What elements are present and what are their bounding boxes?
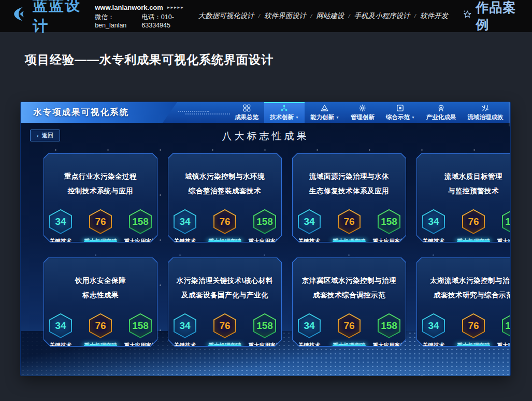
dashboard-nav: 成果总览 ▼ 技术创新 ▼ 能力创新 ▼ 管理创新 ▼ 综合示范 ▼ 产业化成果… bbox=[229, 102, 509, 123]
back-button[interactable]: ‹ 返回 bbox=[30, 130, 60, 141]
nav-item[interactable]: 技术创新 ▼ bbox=[264, 102, 305, 123]
nav-item-label: 综合示范 bbox=[386, 113, 410, 121]
badge-breakthrough: 76 重大机理突破 bbox=[84, 313, 117, 349]
card-badges: 34 关键技术 76 重大机理突破 158 重大应用案例 bbox=[44, 209, 157, 245]
achievement-card[interactable]: 流域水质目标管理与监控预警技术 34 关键技术 76 重大机理突破 158 重大… bbox=[416, 153, 510, 242]
molecule-icon bbox=[280, 104, 288, 112]
star-sparkle-icon bbox=[463, 10, 472, 22]
card-top-decoration bbox=[76, 150, 125, 154]
badge-application: 158 重大应用案例 bbox=[248, 209, 281, 245]
hexagon-badge: 158 bbox=[378, 313, 400, 338]
card-title: 饮用水安全保障标志性成果 bbox=[75, 274, 126, 303]
services-separator: / bbox=[348, 12, 350, 20]
badge-key-tech: 34 关键技术 bbox=[293, 209, 326, 245]
system-title: 水专项成果可视化系统 bbox=[21, 102, 177, 123]
medal-icon bbox=[437, 104, 445, 112]
hexagon-badge: 158 bbox=[253, 313, 276, 338]
badge-application: 158 重大应用案例 bbox=[124, 313, 157, 349]
badge-breakthrough: 76 重大机理突破 bbox=[208, 313, 241, 349]
circuit-decoration bbox=[178, 109, 226, 116]
page-title: 项目经验——水专利成果可视化系统界面设计 bbox=[25, 52, 532, 68]
nav-item-label: 成果总览 bbox=[235, 113, 258, 121]
site-header: 蓝蓝设计 www.lanlanwork.com ▸▸▸▸▸ 微信：ben_lan… bbox=[0, 0, 532, 32]
dashboard-body: ‹ 返回 八大标志性成果 重点行业水污染全过程控制技术系统与应用 34 关键技术… bbox=[21, 123, 510, 376]
portfolio-link[interactable]: 作品案例 bbox=[463, 0, 517, 33]
achievement-card[interactable]: 重点行业水污染全过程控制技术系统与应用 34 关键技术 76 重大机理突破 15… bbox=[44, 153, 157, 242]
nav-item[interactable]: 能力创新 ▼ bbox=[305, 102, 345, 123]
badge-application: 158 重大应用案例 bbox=[372, 313, 406, 349]
hexagon-badge: 76 bbox=[89, 313, 112, 338]
achievement-card[interactable]: 饮用水安全保障标志性成果 34 关键技术 76 重大机理突破 158 重大应用案… bbox=[44, 257, 157, 347]
badge-key-tech: 34 关键技术 bbox=[44, 209, 77, 245]
user-area: 系统管理员 bbox=[509, 102, 510, 123]
nav-item[interactable]: 综合示范 ▼ bbox=[380, 102, 421, 123]
service-link[interactable]: 软件界面设计 bbox=[264, 11, 306, 21]
achievement-card[interactable]: 水污染治理关键技术\核心材料及成套设备国产化与产业化 34 关键技术 76 重大… bbox=[168, 257, 282, 347]
badge-breakthrough: 76 重大机理突破 bbox=[457, 209, 490, 245]
triangle-icon bbox=[321, 104, 328, 112]
hexagon-badge: 34 bbox=[174, 313, 196, 338]
hexagon-badge: 158 bbox=[502, 313, 510, 338]
hexagon-badge: 76 bbox=[89, 209, 112, 234]
hexagon-badge: 158 bbox=[129, 313, 152, 338]
chevron-left-icon: ‹ bbox=[37, 133, 39, 139]
card-top-decoration bbox=[449, 150, 498, 154]
hexagon-badge: 76 bbox=[338, 313, 361, 338]
chevron-down-icon: ▼ bbox=[336, 116, 339, 119]
badge-breakthrough: 76 重大机理突破 bbox=[84, 209, 117, 245]
nav-item[interactable]: 流域治理成效 ▼ bbox=[462, 102, 509, 123]
card-title: 流域面源污染治理与水体生态修复技术体系及应用 bbox=[309, 169, 389, 199]
grid-icon bbox=[243, 104, 251, 112]
card-top-decoration bbox=[324, 150, 374, 154]
services-separator: / bbox=[414, 12, 416, 20]
lanlan-logo-icon bbox=[12, 7, 28, 25]
nav-item[interactable]: 成果总览 ▼ bbox=[229, 102, 264, 123]
service-link[interactable]: 大数据可视化设计 bbox=[198, 11, 254, 21]
logo-text: 蓝蓝设计 bbox=[33, 0, 82, 37]
badge-application: 158 重大应用案例 bbox=[372, 209, 406, 245]
achievement-card[interactable]: 城镇水污染控制与水环境综合整治整装成套技术 34 关键技术 76 重大机理突破 … bbox=[168, 153, 282, 242]
hexagon-badge: 34 bbox=[298, 209, 321, 234]
nav-item-label: 产业化成果 bbox=[426, 113, 456, 121]
card-badges: 34 关键技术 76 重大机理突破 158 重大应用案例 bbox=[44, 313, 157, 349]
achievement-card[interactable]: 太湖流域水污染控制与治理成套技术研究与综合示范 34 关键技术 76 重大机理突… bbox=[416, 257, 510, 347]
badge-application: 158 重大应用案例 bbox=[124, 209, 157, 245]
section-title: 八大标志性成果 bbox=[21, 123, 510, 143]
card-badges: 34 关键技术 76 重大机理突破 158 重大应用案例 bbox=[168, 313, 281, 349]
service-link[interactable]: 手机及小程序设计 bbox=[354, 11, 410, 21]
card-title: 太湖流域水污染控制与治理成套技术研究与综合示范 bbox=[430, 274, 510, 303]
badge-key-tech: 34 关键技术 bbox=[168, 209, 202, 245]
spark-icon bbox=[481, 104, 489, 112]
badge-key-tech: 34 关键技术 bbox=[44, 313, 77, 349]
hexagon-badge: 158 bbox=[502, 209, 510, 234]
service-link[interactable]: 软件开发 bbox=[420, 11, 448, 21]
badge-key-tech: 34 关键技术 bbox=[417, 313, 450, 349]
card-top-decoration bbox=[324, 254, 374, 258]
nav-item-label: 能力创新 bbox=[310, 113, 334, 121]
nav-item-label: 管理创新 bbox=[351, 113, 375, 121]
achievement-card[interactable]: 流域面源污染治理与水体生态修复技术体系及应用 34 关键技术 76 重大机理突破… bbox=[292, 153, 406, 242]
card-badges: 34 关键技术 76 重大机理突破 158 重大应用案例 bbox=[417, 313, 510, 349]
badge-key-tech: 34 关键技术 bbox=[293, 313, 326, 349]
website-url[interactable]: www.lanlanwork.com bbox=[95, 4, 163, 11]
nav-item-label: 技术创新 bbox=[270, 113, 294, 121]
hexagon-badge: 34 bbox=[422, 313, 445, 338]
card-badges: 34 关键技术 76 重大机理突破 158 重大应用案例 bbox=[417, 209, 510, 245]
card-top-decoration bbox=[200, 150, 250, 154]
chevron-down-icon: ▼ bbox=[411, 116, 415, 119]
badge-breakthrough: 76 重大机理突破 bbox=[457, 313, 490, 349]
card-badges: 34 关键技术 76 重大机理突破 158 重大应用案例 bbox=[293, 209, 406, 245]
nav-item[interactable]: 管理创新 ▼ bbox=[345, 102, 380, 123]
card-title: 流域水质目标管理与监控预警技术 bbox=[444, 169, 502, 199]
badge-application: 158 重大应用案例 bbox=[497, 313, 510, 349]
nav-item[interactable]: 产业化成果 ▼ bbox=[421, 102, 462, 123]
badge-application: 158 重大应用案例 bbox=[248, 313, 281, 349]
arrows-decoration: ▸▸▸▸▸ bbox=[167, 5, 184, 10]
card-title: 重点行业水污染全过程控制技术系统与应用 bbox=[64, 169, 137, 199]
user-badge[interactable]: 系统管理员 bbox=[509, 102, 510, 126]
service-link[interactable]: 网站建设 bbox=[316, 11, 344, 21]
achievement-card[interactable]: 京津冀区域水污染控制与治理成套技术综合调控示范 34 关键技术 76 重大机理突… bbox=[292, 257, 406, 347]
card-top-decoration bbox=[200, 254, 250, 258]
cards-grid: 重点行业水污染全过程控制技术系统与应用 34 关键技术 76 重大机理突破 15… bbox=[21, 143, 510, 347]
lanlan-logo[interactable]: 蓝蓝设计 bbox=[12, 0, 82, 37]
